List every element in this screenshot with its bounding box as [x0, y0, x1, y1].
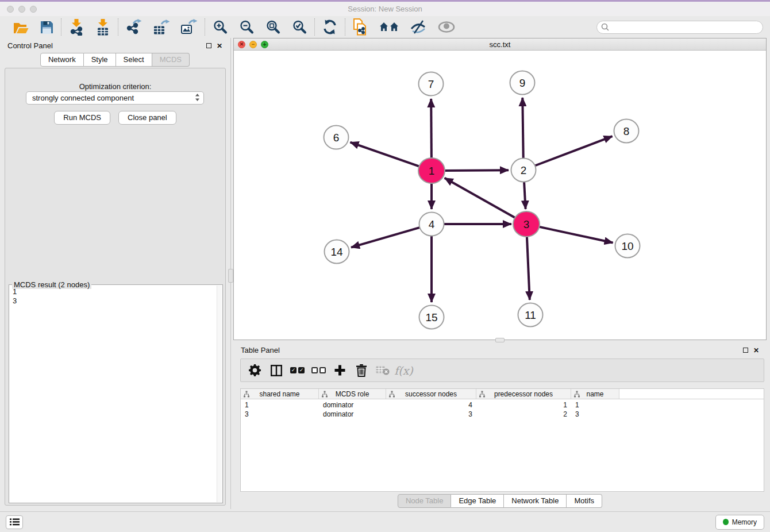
add-column-icon[interactable] — [329, 365, 351, 376]
column-header-predecessor-nodes[interactable]: predecessor nodes — [476, 389, 571, 399]
node-2[interactable]: 2 — [511, 159, 536, 182]
tab-edge-table[interactable]: Edge Table — [451, 494, 504, 508]
save-session-icon[interactable] — [40, 21, 53, 34]
edge-2-9[interactable] — [522, 98, 523, 158]
tab-style[interactable]: Style — [84, 53, 116, 67]
svg-text:2: 2 — [521, 164, 527, 176]
tab-mcds[interactable]: MCDS — [152, 53, 190, 67]
node-10[interactable]: 10 — [615, 234, 640, 258]
main-toolbar — [0, 16, 770, 38]
edge-3-10[interactable] — [538, 226, 613, 242]
tab-motifs[interactable]: Motifs — [567, 494, 602, 508]
table-header-row: shared nameMCDS rolesuccessor nodesprede… — [241, 389, 764, 399]
node-11[interactable]: 11 — [518, 303, 543, 327]
edge-1-6[interactable] — [351, 142, 421, 167]
edge-1-7[interactable] — [431, 99, 432, 159]
table-settings-gear-icon[interactable] — [244, 364, 265, 376]
network-view-window: scc.txt 1234678910111415 — [233, 38, 767, 340]
mcds-result-box[interactable]: MCDS result (2 nodes) 13 — [9, 284, 223, 503]
panel-splitter-handle[interactable] — [228, 269, 233, 283]
column-header-name[interactable]: name — [571, 389, 619, 399]
network-canvas[interactable]: 1234678910111415 — [234, 51, 766, 340]
show-all-eye-icon — [438, 21, 455, 33]
tab-select[interactable]: Select — [116, 53, 152, 67]
window-close-button[interactable] — [7, 6, 14, 13]
node-7[interactable]: 7 — [419, 72, 444, 96]
export-network-icon[interactable] — [126, 19, 142, 35]
window-minimize-button[interactable] — [18, 6, 25, 13]
edge-1-2[interactable] — [444, 170, 509, 171]
node-table: shared nameMCDS rolesuccessor nodesprede… — [240, 388, 764, 492]
node-15[interactable]: 15 — [419, 306, 444, 329]
column-header-mcds-role[interactable]: MCDS role — [319, 389, 386, 399]
column-header-shared-name[interactable]: shared name — [241, 389, 319, 399]
float-table-panel-icon[interactable] — [743, 348, 748, 353]
node-6[interactable]: 6 — [324, 126, 349, 149]
node-3[interactable]: 3 — [513, 211, 540, 237]
svg-text:10: 10 — [621, 240, 633, 252]
close-panel-button[interactable]: Close panel — [118, 111, 176, 125]
delete-column-trash-icon[interactable] — [351, 364, 372, 377]
column-header-successor-nodes[interactable]: successor nodes — [386, 389, 476, 399]
node-1[interactable]: 1 — [418, 158, 445, 183]
svg-text:14: 14 — [330, 246, 343, 258]
export-table-icon[interactable] — [153, 19, 170, 35]
float-panel-icon[interactable] — [206, 43, 211, 48]
run-mcds-button[interactable]: Run MCDS — [54, 111, 110, 125]
table-row[interactable]: 3dominator323 — [241, 410, 764, 419]
hide-selected-icon[interactable] — [410, 20, 426, 34]
zoom-selected-icon[interactable] — [292, 20, 307, 34]
app-titlebar: Session: New Session — [0, 2, 770, 16]
table-body: 1dominator4113dominator323 — [241, 399, 764, 419]
window-title: Session: New Session — [0, 5, 770, 13]
duplicate-network-icon[interactable] — [353, 18, 368, 36]
export-image-icon[interactable] — [181, 19, 197, 35]
import-table-icon[interactable] — [95, 19, 110, 36]
zoom-in-icon[interactable] — [213, 20, 228, 34]
zoom-fit-icon[interactable] — [265, 20, 280, 34]
close-panel-icon[interactable] — [217, 40, 222, 51]
edge-3-1[interactable] — [445, 178, 516, 218]
delete-table-icon — [372, 365, 393, 375]
show-columns-icon[interactable] — [265, 365, 287, 376]
table-panel-header: Table Panel — [233, 342, 767, 357]
search-input[interactable] — [596, 21, 763, 34]
table-row[interactable]: 1dominator411 — [241, 400, 764, 410]
tab-network[interactable]: Network — [40, 53, 84, 67]
node-9[interactable]: 9 — [510, 71, 535, 95]
window-traffic-lights — [0, 6, 37, 13]
close-table-panel-icon[interactable] — [753, 345, 759, 355]
window-zoom-button[interactable] — [30, 6, 37, 13]
refresh-view-icon[interactable] — [322, 20, 337, 34]
select-all-checkboxes-icon[interactable] — [287, 367, 308, 373]
result-item: 3 — [9, 296, 222, 306]
deselect-all-checkboxes-icon[interactable] — [308, 367, 329, 373]
memory-button[interactable]: Memory — [715, 515, 764, 530]
tab-node-table[interactable]: Node Table — [398, 494, 452, 508]
control-panel-header: Control Panel — [0, 38, 230, 53]
edge-3-11[interactable] — [527, 236, 530, 300]
task-list-icon — [10, 518, 20, 526]
task-history-button[interactable] — [6, 515, 23, 529]
node-14[interactable]: 14 — [325, 240, 349, 264]
edge-2-8[interactable] — [535, 136, 613, 165]
tab-network-table[interactable]: Network Table — [504, 494, 567, 508]
mcds-result-title: MCDS result (2 nodes) — [12, 280, 91, 289]
result-scrollbar[interactable] — [217, 286, 222, 502]
network-resize-grip[interactable] — [495, 338, 505, 342]
edge-2-3[interactable] — [524, 182, 526, 209]
network-window-titlebar: scc.txt — [234, 38, 766, 51]
mcds-panel: Optimization criterion: strongly connect… — [5, 68, 226, 506]
control-panel-tabs: NetworkStyleSelectMCDS — [40, 53, 190, 67]
node-4[interactable]: 4 — [419, 213, 444, 236]
first-neighbors-icon[interactable] — [379, 21, 399, 33]
table-toolbar: f(x) — [240, 358, 764, 382]
import-network-icon[interactable] — [69, 19, 84, 36]
criterion-dropdown[interactable]: strongly connected component — [26, 91, 204, 105]
zoom-out-icon[interactable] — [239, 20, 254, 34]
edge-4-14[interactable] — [351, 228, 420, 248]
node-8[interactable]: 8 — [614, 119, 639, 143]
open-session-icon[interactable] — [13, 21, 29, 34]
column-tree-icon — [243, 391, 250, 398]
network-graph[interactable]: 1234678910111415 — [234, 51, 766, 340]
